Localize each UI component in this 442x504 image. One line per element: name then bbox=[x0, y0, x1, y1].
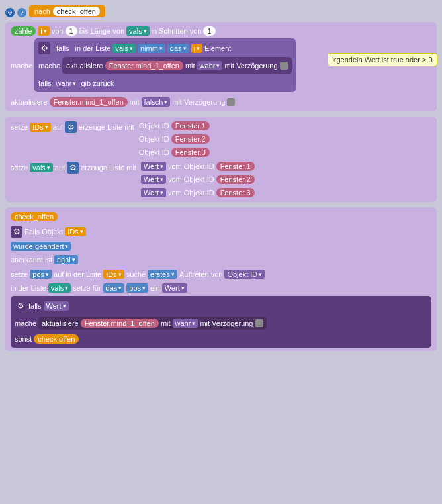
auftreten-label: Auftreten von bbox=[179, 270, 222, 278]
pos2-dropdown[interactable]: pos bbox=[126, 283, 148, 293]
suche-label: suche bbox=[126, 270, 146, 278]
in-schritten-label: in Schritten von bbox=[152, 27, 202, 35]
aktualisiere-row: aktualisiere Fenster.mind_1_offen mit wa… bbox=[66, 60, 287, 72]
das2-dropdown[interactable]: das bbox=[103, 283, 125, 293]
mit3-label: mit bbox=[161, 319, 171, 327]
wurde-geaendert-row: wurde geändert bbox=[11, 240, 431, 252]
objekt-id-label-2: Objekt ID bbox=[139, 135, 169, 143]
checkbox-2[interactable] bbox=[227, 98, 235, 106]
objekt-id-label-1: Objekt ID bbox=[139, 122, 169, 130]
gear-icon-3: ⚙ bbox=[67, 162, 79, 174]
anerkannt-label: anerkannt ist bbox=[11, 256, 52, 264]
wahr3-dropdown[interactable]: wahr bbox=[173, 319, 199, 328]
in-der-liste-label: in der Liste bbox=[75, 44, 111, 52]
wert5-dropdown[interactable]: Wert bbox=[44, 301, 69, 311]
mit-verz-label-1: mit Verzögerung bbox=[224, 62, 277, 70]
nimm-dropdown[interactable]: nimm bbox=[138, 44, 165, 53]
erzeuge-liste-label: erzeuge Liste mit bbox=[79, 123, 134, 131]
gib-zurueck-label: gib zurück bbox=[81, 79, 114, 87]
fenster-pill-3: Fenster.mind_1_offen bbox=[81, 319, 159, 328]
in-der-liste4-label: in der Liste bbox=[11, 284, 46, 292]
falls-label: falls bbox=[52, 44, 73, 53]
pos-var-dropdown[interactable]: pos bbox=[30, 270, 52, 279]
fenster2b-pill: Fenster.2 bbox=[216, 175, 255, 184]
mache2-label: mache bbox=[38, 62, 60, 70]
vals-var-dropdown[interactable]: vals bbox=[30, 163, 53, 172]
gear-icon-2: ⚙ bbox=[65, 121, 77, 133]
das-dropdown[interactable]: das bbox=[167, 44, 189, 53]
val-1b: 1 bbox=[203, 26, 215, 36]
checkbox-1[interactable] bbox=[280, 62, 288, 70]
mit-label-1: mit bbox=[185, 62, 195, 70]
falsch-dropdown[interactable]: falsch bbox=[142, 97, 171, 107]
falls3-label: falls bbox=[28, 302, 42, 310]
fenster3b-pill: Fenster.3 bbox=[216, 188, 255, 197]
vals2-dropdown[interactable]: vals bbox=[112, 44, 136, 53]
von-label: von bbox=[52, 27, 64, 35]
aktualisiere2-row: aktualisiere Fenster.mind_1_offen mit fa… bbox=[11, 96, 431, 108]
egal-dropdown[interactable]: egal bbox=[54, 255, 78, 264]
laenge-label: Länge von bbox=[91, 27, 124, 35]
ein-label: ein bbox=[150, 284, 160, 292]
gear-icon-4: ⚙ bbox=[11, 226, 22, 238]
wahr-dropdown-1[interactable]: wahr bbox=[197, 61, 223, 70]
objekt-id-row-1: Objekt ID Fenster.1 bbox=[139, 120, 210, 132]
objekt-id-row-3: Objekt ID Fenster.3 bbox=[139, 146, 210, 158]
aktualisiere3-label: aktualisiere bbox=[42, 319, 79, 327]
wurde-geaendert-dropdown[interactable]: wurde geändert bbox=[11, 242, 71, 251]
vals3-dropdown[interactable]: vals bbox=[48, 283, 71, 293]
help-icon[interactable]: ? bbox=[17, 8, 26, 17]
in-der-liste3-label: in der Liste bbox=[66, 270, 101, 278]
mit-verz2-label: mit Verzögerung bbox=[172, 98, 225, 106]
objekt-id-row-2: Objekt ID Fenster.2 bbox=[139, 133, 210, 145]
section2-block: setze IDs auf ⚙ erzeuge Liste mit Objekt… bbox=[5, 117, 437, 202]
settings-icon[interactable]: ⚙ bbox=[5, 8, 15, 17]
anerkannt-row: anerkannt ist egal bbox=[11, 254, 431, 266]
nach-label: nach bbox=[34, 7, 50, 15]
ids2-dropdown[interactable]: IDs bbox=[65, 227, 86, 236]
aktualisiere-label: aktualisiere bbox=[66, 62, 103, 70]
falls2-label: falls bbox=[38, 79, 52, 87]
setze-ids-row: setze IDs auf ⚙ erzeuge Liste mit bbox=[11, 120, 134, 134]
setze-fuer-label: setze für bbox=[73, 284, 101, 292]
wert-row-2: Wert vom Objekt ID Fenster.2 bbox=[141, 174, 255, 185]
wert3-dropdown[interactable]: Wert bbox=[141, 188, 166, 197]
mit2-label: mit bbox=[130, 98, 140, 106]
ids3-dropdown[interactable]: IDs bbox=[103, 270, 124, 279]
fenster-pill-2: Fenster.mind_1_offen bbox=[50, 97, 128, 107]
vals-dropdown[interactable]: vals bbox=[126, 26, 150, 36]
section3-block: check_offen ⚙ Falls Objekt IDs wurde geä… bbox=[5, 207, 437, 351]
mache2-row: mache aktualisiere Fenster.mind_1_offen … bbox=[38, 56, 292, 76]
fenster1b-pill: Fenster.1 bbox=[216, 162, 255, 171]
func-header: nach check_offen bbox=[29, 5, 105, 17]
wert2-dropdown[interactable]: Wert bbox=[141, 175, 166, 184]
wert4-dropdown[interactable]: Wert bbox=[162, 283, 187, 293]
mache-label: mache bbox=[11, 62, 32, 70]
ids-var-dropdown[interactable]: IDs bbox=[30, 123, 51, 132]
bis-label: bis bbox=[79, 27, 89, 35]
func-name-pill: check_offen bbox=[53, 7, 100, 16]
erstes-dropdown[interactable]: erstes bbox=[148, 270, 177, 279]
i2-dropdown[interactable]: i bbox=[191, 44, 202, 53]
wert-row-3: Wert vom Objekt ID Fenster.3 bbox=[141, 187, 255, 199]
wert1-dropdown[interactable]: Wert bbox=[141, 162, 166, 171]
setze-pos-row: setze pos auf in der Liste IDs suche ers… bbox=[11, 268, 431, 280]
val-1: 1 bbox=[66, 26, 77, 36]
mache3-label: mache bbox=[15, 319, 36, 327]
objekt-id-dropdown[interactable]: Objekt ID bbox=[224, 270, 265, 279]
func-name-row: check_offen bbox=[11, 211, 431, 223]
fenster1-pill: Fenster.1 bbox=[171, 121, 210, 130]
falls-objekt-label: Falls Objekt bbox=[24, 228, 63, 236]
sonst-label: sonst bbox=[15, 335, 32, 343]
checkbox-3[interactable] bbox=[255, 319, 263, 327]
mache-row: mache ⚙ falls in der Liste vals nimm das… bbox=[11, 37, 431, 93]
wert-row-1: Wert vom Objekt ID Fenster.1 bbox=[141, 160, 255, 172]
setze-vals-row: setze vals auf ⚙ erzeuge Liste mit bbox=[11, 160, 136, 175]
var-i-dropdown[interactable]: i bbox=[38, 26, 49, 36]
gear-icon-5: ⚙ bbox=[15, 300, 26, 312]
wahr2-dropdown[interactable]: wahr bbox=[54, 79, 79, 88]
falls-objekt-row: ⚙ Falls Objekt IDs bbox=[11, 225, 431, 239]
in-der-liste-vals-row: in der Liste vals setze für das pos ein … bbox=[11, 282, 431, 294]
loop-row: zähle i von 1 bis Länge von vals in Schr… bbox=[11, 25, 431, 37]
auf3-label: auf bbox=[54, 270, 64, 278]
